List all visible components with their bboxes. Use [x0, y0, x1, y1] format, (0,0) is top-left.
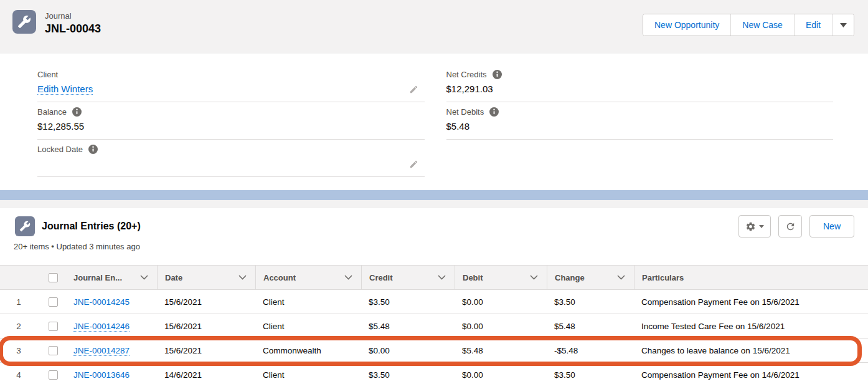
page-title: JNL-00043 — [45, 21, 101, 36]
debit-cell: $5.48 — [455, 346, 547, 355]
credit-cell: $0.00 — [361, 346, 455, 355]
list-settings-button[interactable] — [738, 215, 771, 238]
record-details-panel: Client Edith Winters Balance $12,285.55 … — [0, 54, 868, 190]
account-cell: Client — [255, 370, 361, 380]
more-actions-dropdown-button[interactable] — [832, 14, 854, 36]
chevron-down-icon[interactable] — [438, 275, 446, 280]
table-row: 2 JNE-00014246 15/6/2021 Client $5.48 $0… — [0, 314, 868, 338]
column-header-change[interactable]: Change — [547, 266, 634, 289]
edit-button[interactable]: Edit — [794, 14, 832, 36]
client-link[interactable]: Edith Winters — [37, 84, 93, 95]
date-cell: 15/6/2021 — [157, 322, 255, 331]
change-cell: $5.48 — [547, 322, 634, 331]
caret-down-icon — [759, 225, 764, 228]
gear-icon — [745, 221, 756, 232]
record-header: Journal JNL-00043 New Opportunity New Ca… — [0, 0, 868, 54]
info-icon[interactable] — [493, 70, 502, 79]
particulars-cell: Compensation Payment Fee on 15/6/2021 — [634, 297, 868, 307]
refresh-button[interactable] — [778, 215, 802, 238]
change-cell: $3.50 — [547, 297, 634, 307]
chevron-down-icon[interactable] — [140, 275, 148, 280]
date-cell: 14/6/2021 — [157, 370, 255, 380]
journal-entry-link[interactable]: JNE-00014287 — [73, 346, 130, 356]
info-icon[interactable] — [72, 107, 82, 117]
info-icon[interactable] — [489, 107, 499, 117]
locked-date-value — [37, 158, 425, 170]
change-cell: -$5.48 — [547, 346, 634, 355]
balance-value: $12,285.55 — [37, 120, 425, 133]
field-net-credits: Net Credits $12,291.03 — [446, 65, 834, 102]
row-checkbox[interactable] — [49, 370, 58, 380]
select-all-checkbox[interactable] — [49, 273, 58, 282]
chevron-down-icon[interactable] — [530, 275, 538, 280]
particulars-cell: Changes to leave balance on 15/6/2021 — [634, 346, 868, 355]
section-divider-bar — [0, 190, 868, 200]
related-list-title[interactable]: Journal Entries (20+) — [42, 221, 141, 232]
row-number: 4 — [0, 370, 37, 380]
row-number: 2 — [0, 322, 37, 331]
client-field-label: Client — [37, 69, 425, 80]
net-debits-field-label: Net Debits — [446, 107, 484, 117]
chevron-down-icon[interactable] — [617, 275, 625, 280]
refresh-icon — [785, 221, 796, 232]
chevron-down-icon[interactable] — [238, 275, 247, 280]
info-icon[interactable] — [88, 145, 98, 154]
account-cell: Client — [255, 322, 361, 331]
net-debits-value: $5.48 — [446, 120, 834, 133]
list-meta-text: 20+ items • Updated 3 minutes ago — [0, 242, 868, 253]
debit-cell: $0.00 — [455, 370, 547, 380]
table-row-highlighted: 3 JNE-00014287 15/6/2021 Commonwealth $0… — [0, 338, 868, 363]
table-row: 4 JNE-00013646 14/6/2021 Client $3.50 $0… — [0, 363, 868, 384]
new-case-button[interactable]: New Case — [730, 14, 794, 36]
journal-entry-link[interactable]: JNE-00014246 — [73, 322, 130, 332]
debit-cell: $0.00 — [455, 297, 547, 307]
new-journal-entry-button[interactable]: New — [809, 215, 854, 238]
net-credits-field-label: Net Credits — [446, 70, 487, 79]
edit-pencil-icon[interactable] — [409, 160, 418, 169]
particulars-cell: Income Tested Care Fee on 15/6/2021 — [634, 322, 868, 331]
object-label: Journal — [45, 11, 101, 21]
column-header-date[interactable]: Date — [157, 266, 255, 289]
journal-entry-link[interactable]: JNE-00013646 — [73, 370, 130, 380]
new-opportunity-button[interactable]: New Opportunity — [643, 14, 730, 36]
particulars-cell: Compensation Payment Fee on 14/6/2021 — [634, 370, 868, 380]
column-header-journal-entry[interactable]: Journal En... — [68, 266, 157, 289]
locked-date-field-label: Locked Date — [37, 145, 83, 154]
edit-pencil-icon[interactable] — [409, 85, 418, 94]
field-balance: Balance $12,285.55 — [37, 102, 425, 140]
change-cell: $3.50 — [547, 370, 634, 380]
account-cell: Client — [255, 297, 361, 307]
journal-entries-card: Journal Entries (20+) New 20+ items • Up… — [0, 208, 868, 384]
table-row: 1 JNE-00014245 15/6/2021 Client $3.50 $0… — [0, 290, 868, 314]
wrench-icon — [15, 216, 35, 236]
row-checkbox[interactable] — [49, 322, 58, 331]
debit-cell: $0.00 — [455, 322, 547, 331]
credit-cell: $5.48 — [361, 322, 455, 331]
date-cell: 15/6/2021 — [157, 297, 255, 307]
account-cell: Commonwealth — [255, 346, 361, 355]
date-cell: 15/6/2021 — [157, 346, 255, 355]
net-credits-value: $12,291.03 — [446, 83, 834, 95]
journal-entries-table: Journal En... Date Account Credit Debit … — [0, 265, 868, 384]
wrench-icon — [12, 10, 36, 34]
column-header-account[interactable]: Account — [255, 266, 361, 289]
chevron-down-icon[interactable] — [344, 275, 352, 280]
table-header-row: Journal En... Date Account Credit Debit … — [0, 265, 868, 290]
balance-field-label: Balance — [37, 107, 67, 117]
journal-entry-link[interactable]: JNE-00014245 — [73, 297, 130, 307]
row-checkbox[interactable] — [49, 346, 58, 355]
field-locked-date: Locked Date — [37, 140, 425, 177]
row-number: 1 — [0, 297, 37, 307]
field-client: Client Edith Winters — [37, 65, 425, 102]
field-net-debits: Net Debits $5.48 — [446, 102, 834, 140]
column-header-particulars: Particulars — [634, 266, 868, 289]
caret-down-icon — [840, 23, 847, 27]
record-action-group: New Opportunity New Case Edit — [643, 14, 854, 36]
row-number: 3 — [0, 346, 37, 355]
credit-cell: $3.50 — [361, 370, 455, 380]
credit-cell: $3.50 — [361, 297, 455, 307]
section-gap — [0, 200, 868, 208]
row-checkbox[interactable] — [49, 297, 58, 307]
column-header-debit[interactable]: Debit — [455, 266, 547, 289]
column-header-credit[interactable]: Credit — [361, 266, 455, 289]
